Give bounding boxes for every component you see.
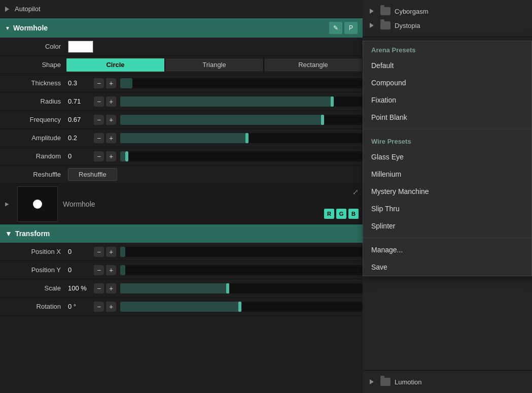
menu-divider-1	[363, 129, 531, 129]
menu-item-manage[interactable]: Manage...	[363, 241, 531, 258]
scale-slider-fill	[120, 283, 229, 293]
folder-label-lumotion: Lumotion	[395, 378, 421, 386]
radius-value: 0.71	[66, 97, 94, 105]
rgb-b-button[interactable]: B	[348, 209, 359, 219]
position-y-value: 0	[66, 266, 94, 274]
transform-title: Transform	[15, 230, 50, 238]
radius-controls: − +	[94, 96, 116, 107]
radius-label: Radius	[0, 97, 66, 105]
menu-item-splinter[interactable]: Splinter	[363, 217, 531, 235]
menu-item-save[interactable]: Save	[363, 258, 531, 276]
position-y-increment[interactable]: +	[106, 265, 116, 275]
random-value: 0	[66, 152, 94, 160]
menu-item-glass-eye[interactable]: Glass Eye	[363, 148, 531, 166]
folder-label-dystopia: Dystopia	[395, 22, 420, 29]
shape-rectangle-button[interactable]: Rectangle	[264, 58, 363, 72]
frequency-value: 0.67	[66, 116, 94, 123]
menu-item-slip-thru[interactable]: Slip Thru	[363, 200, 531, 217]
random-decrement[interactable]: −	[94, 151, 104, 161]
wormhole-edit-button[interactable]: ✎	[329, 22, 342, 34]
preview-thumbnail	[17, 186, 58, 222]
shape-circle-button[interactable]: Circle	[66, 58, 165, 72]
preview-row: ▶ Wormhole ⤢ R G B	[0, 184, 363, 224]
amplitude-slider[interactable]	[120, 133, 363, 143]
position-x-controls: − +	[94, 247, 116, 257]
autopilot-header[interactable]: Autopilot	[0, 0, 363, 18]
rgb-g-button[interactable]: G	[336, 209, 346, 219]
folder-icon-lumotion	[380, 378, 391, 386]
wormhole-collapse-icon[interactable]: ▼	[5, 25, 10, 31]
rgb-r-button[interactable]: R	[324, 209, 334, 219]
scale-value: 100 %	[66, 284, 94, 292]
preview-collapse-icon[interactable]: ▶	[0, 184, 14, 224]
amplitude-controls: − +	[94, 133, 116, 143]
random-controls: − +	[94, 151, 116, 161]
position-x-slider[interactable]	[120, 247, 363, 257]
menu-item-mystery-manchine[interactable]: Mystery Manchine	[363, 183, 531, 200]
position-x-decrement[interactable]: −	[94, 247, 104, 257]
folder-item-dystopia[interactable]: Dystopia	[363, 18, 532, 32]
scale-row: Scale 100 % − +	[0, 279, 363, 298]
menu-item-point-blank[interactable]: Point Blank	[363, 109, 531, 126]
rotation-value: 0 °	[66, 303, 94, 310]
rotation-slider-thumb	[238, 302, 241, 312]
position-y-slider[interactable]	[120, 265, 363, 275]
scale-decrement[interactable]: −	[94, 283, 104, 293]
folder-collapse-icon-3	[370, 379, 376, 384]
frequency-slider[interactable]	[120, 115, 363, 125]
scale-increment[interactable]: +	[106, 283, 116, 293]
menu-item-default[interactable]: Default	[363, 57, 531, 74]
rotation-label: Rotation	[0, 303, 66, 310]
frequency-slider-thumb	[321, 115, 324, 125]
thickness-increment[interactable]: +	[106, 78, 116, 88]
preview-expand-icon[interactable]: ⤢	[352, 188, 359, 196]
transform-collapse-icon[interactable]: ▼	[5, 230, 12, 238]
shape-label: Shape	[0, 61, 66, 69]
random-slider-fill	[120, 151, 125, 161]
folder-icon-cyborgasm	[380, 7, 391, 15]
frequency-decrement[interactable]: −	[94, 115, 104, 125]
reshuffle-button[interactable]: Reshuffle	[68, 168, 117, 181]
reshuffle-label: Reshuffle	[0, 171, 66, 178]
shape-triangle-button[interactable]: Triangle	[165, 58, 264, 72]
menu-item-fixation[interactable]: Fixation	[363, 91, 531, 109]
thickness-decrement[interactable]: −	[94, 78, 104, 88]
radius-decrement[interactable]: −	[94, 96, 104, 107]
frequency-increment[interactable]: +	[106, 115, 116, 125]
folder-collapse-icon-2	[370, 23, 376, 28]
position-y-controls: − +	[94, 265, 116, 275]
amplitude-increment[interactable]: +	[106, 133, 116, 143]
thickness-slider[interactable]	[120, 78, 363, 88]
radius-increment[interactable]: +	[106, 96, 116, 107]
random-slider[interactable]	[120, 151, 363, 161]
radius-slider-thumb	[331, 96, 334, 107]
preview-label: Wormhole	[61, 200, 363, 208]
thickness-controls: − +	[94, 78, 116, 88]
frequency-slider-fill	[120, 115, 324, 125]
radius-slider-fill	[120, 96, 334, 107]
folder-item-cyborgasm[interactable]: Cyborgasm	[363, 4, 532, 18]
rotation-increment[interactable]: +	[106, 302, 116, 312]
rotation-slider[interactable]	[120, 302, 363, 312]
wormhole-p-button[interactable]: P	[344, 22, 358, 34]
rotation-decrement[interactable]: −	[94, 302, 104, 312]
position-x-row: Position X 0 − +	[0, 243, 363, 261]
preview-rgb-buttons: R G B	[324, 209, 359, 219]
menu-item-compound[interactable]: Compound	[363, 74, 531, 91]
folder-icon-dystopia	[380, 21, 391, 29]
random-increment[interactable]: +	[106, 151, 116, 161]
thickness-label: Thickness	[0, 79, 66, 87]
menu-item-millenium[interactable]: Millenium	[363, 166, 531, 183]
amplitude-decrement[interactable]: −	[94, 133, 104, 143]
radius-slider[interactable]	[120, 96, 363, 107]
position-y-decrement[interactable]: −	[94, 265, 104, 275]
position-x-increment[interactable]: +	[106, 247, 116, 257]
shape-row: Shape Circle Triangle Rectangle	[0, 56, 363, 74]
scale-slider[interactable]	[120, 283, 363, 293]
random-slider-thumb	[125, 151, 128, 161]
amplitude-slider-thumb	[245, 133, 249, 143]
random-row: Random 0 − +	[0, 147, 363, 166]
folder-item-lumotion[interactable]: Lumotion	[363, 375, 532, 389]
color-swatch[interactable]	[68, 41, 93, 53]
folder-list-bottom: Lumotion	[363, 370, 532, 393]
